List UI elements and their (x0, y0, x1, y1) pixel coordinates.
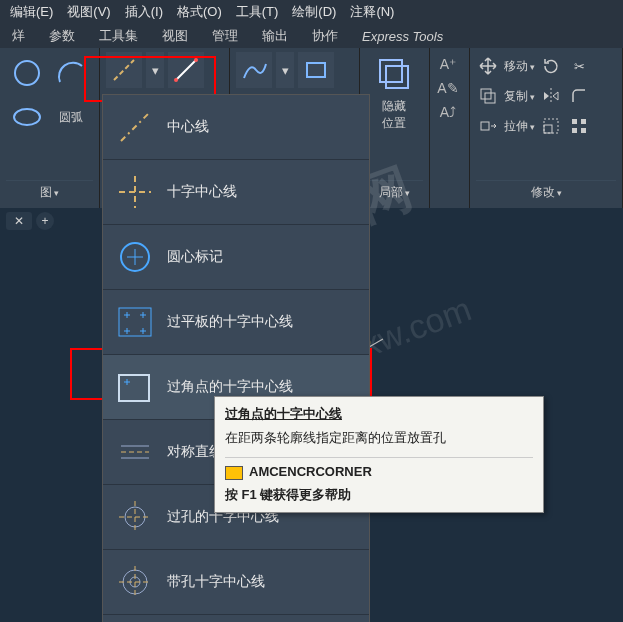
text-a-icon[interactable]: A⁺ (436, 52, 460, 76)
move-label[interactable]: 移动 (504, 58, 535, 75)
tooltip-title: 过角点的十字中心线 (225, 405, 533, 423)
text-a3-icon[interactable]: A⤴ (436, 100, 460, 124)
ribbon-tab-6[interactable]: 协作 (302, 25, 348, 47)
svg-point-1 (14, 109, 40, 125)
array-icon[interactable] (567, 114, 591, 138)
layers-icon (372, 52, 416, 96)
svg-point-5 (194, 58, 198, 62)
panel-modify: 移动 ✂ 复制 (470, 48, 623, 208)
centerline-icon (113, 105, 157, 149)
dd-label: 中心线 (167, 118, 209, 136)
ribbon-tab-5[interactable]: 输出 (252, 25, 298, 47)
arc-label: 圆弧 (50, 96, 92, 138)
svg-point-4 (174, 78, 178, 82)
svg-rect-9 (481, 89, 491, 99)
dd-label: 过平板的十字中心线 (167, 313, 293, 331)
tooltip-help: 按 F1 键获得更多帮助 (225, 486, 533, 504)
panel-hidden: 隐藏 位置 局部 (360, 48, 430, 208)
plate-cross-icon (113, 300, 157, 344)
ellipse-tool-icon[interactable] (6, 96, 48, 138)
cross-center-icon (113, 170, 157, 214)
ribbon-tabs: 烊 参数 工具集 视图 管理 输出 协作 Express Tools (0, 24, 623, 48)
hole-cross-icon (113, 495, 157, 539)
hole-cross2-icon (113, 560, 157, 604)
centerline-dropdown: 中心线 十字中心线 圆心标记 过平板的十字中心线 过角点的十字中心线 对称直线 (102, 94, 370, 622)
menu-draw[interactable]: 绘制(D) (286, 1, 342, 23)
stretch-icon[interactable] (476, 114, 500, 138)
menu-format[interactable]: 格式(O) (171, 1, 228, 23)
panel-draw-label[interactable]: 图 (6, 180, 93, 204)
centerline-button[interactable] (106, 52, 142, 88)
text-a2-icon[interactable]: A✎ (436, 76, 460, 100)
tooltip-command: AMCENCRCORNER (225, 464, 533, 480)
corner-cross-icon (113, 365, 157, 409)
dd-plate-cross[interactable]: 过平板的十字中心线 (103, 290, 369, 355)
centerline-dropdown-arrow[interactable]: ▾ (146, 52, 164, 88)
spline-dd[interactable]: ▾ (276, 52, 294, 88)
tooltip: 过角点的十字中心线 在距两条轮廓线指定距离的位置放置孔 AMCENCRCORNE… (214, 396, 544, 513)
svg-rect-16 (572, 128, 577, 133)
stretch-label[interactable]: 拉伸 (504, 118, 535, 135)
hide-position-button[interactable]: 隐藏 位置 (366, 52, 422, 132)
fillet-icon[interactable] (567, 84, 591, 108)
circle-tool-icon[interactable] (6, 52, 48, 94)
dd-hole-cross-2[interactable]: 带孔十字中心线 (103, 550, 369, 615)
drawing-tab-add[interactable]: + (36, 212, 54, 230)
rotate-icon[interactable] (539, 54, 563, 78)
scale-icon[interactable] (539, 114, 563, 138)
mirror-icon[interactable] (539, 84, 563, 108)
rect-icon[interactable] (298, 52, 334, 88)
menu-insert[interactable]: 插入(I) (119, 1, 169, 23)
sym-line-icon (113, 430, 157, 474)
copy-label[interactable]: 复制 (504, 88, 535, 105)
svg-rect-24 (119, 308, 151, 336)
dd-centerline[interactable]: 中心线 (103, 95, 369, 160)
copy-icon[interactable] (476, 84, 500, 108)
svg-rect-15 (581, 119, 586, 124)
dd-label: 十字中心线 (167, 183, 237, 201)
trim-icon[interactable]: ✂ (567, 54, 591, 78)
dd-circle-center[interactable]: 圆心标记 (103, 225, 369, 290)
ribbon-tab-0[interactable]: 烊 (2, 25, 35, 47)
ribbon-tab-4[interactable]: 管理 (202, 25, 248, 47)
svg-rect-12 (544, 125, 552, 133)
ribbon-tab-3[interactable]: 视图 (152, 25, 198, 47)
svg-rect-7 (380, 60, 402, 82)
dd-label: 过角点的十字中心线 (167, 378, 293, 396)
panel-text: A⁺ A✎ A⤴ (430, 48, 470, 208)
spline-icon[interactable] (236, 52, 272, 88)
svg-rect-6 (307, 63, 325, 77)
line-diag-icon[interactable] (168, 52, 204, 88)
svg-point-0 (15, 61, 39, 85)
menu-edit[interactable]: 编辑(E) (4, 1, 59, 23)
ribbon-tab-1[interactable]: 参数 (39, 25, 85, 47)
svg-line-18 (121, 113, 149, 141)
menu-tools[interactable]: 工具(T) (230, 1, 285, 23)
move-icon[interactable] (476, 54, 500, 78)
panel-draw: 圆弧 图 (0, 48, 100, 208)
svg-line-2 (114, 60, 134, 80)
command-icon (225, 466, 243, 480)
ribbon-tab-express[interactable]: Express Tools (352, 27, 453, 46)
drawing-tab-close[interactable]: ✕ (6, 212, 32, 230)
dd-angle-cross[interactable]: 过角度的十字中心线 (103, 615, 369, 622)
dd-cross-center[interactable]: 十字中心线 (103, 160, 369, 225)
ribbon-tab-2[interactable]: 工具集 (89, 25, 148, 47)
panel-modify-label[interactable]: 修改 (476, 180, 616, 204)
svg-rect-25 (119, 375, 149, 401)
svg-rect-17 (581, 128, 586, 133)
menu-annotate[interactable]: 注释(N) (344, 1, 400, 23)
dd-label: 圆心标记 (167, 248, 223, 266)
panel-hidden-label[interactable]: 局部 (366, 180, 423, 204)
svg-line-3 (176, 60, 196, 80)
arc-tool-icon[interactable] (50, 52, 92, 94)
tooltip-desc: 在距两条轮廓线指定距离的位置放置孔 (225, 429, 533, 447)
svg-rect-13 (544, 119, 558, 133)
svg-rect-11 (481, 122, 489, 130)
circle-center-icon (113, 235, 157, 279)
svg-rect-8 (386, 66, 408, 88)
dd-label: 带孔十字中心线 (167, 573, 265, 591)
menu-bar: 编辑(E) 视图(V) 插入(I) 格式(O) 工具(T) 绘制(D) 注释(N… (0, 0, 623, 24)
menu-view[interactable]: 视图(V) (61, 1, 116, 23)
svg-rect-10 (485, 93, 495, 103)
